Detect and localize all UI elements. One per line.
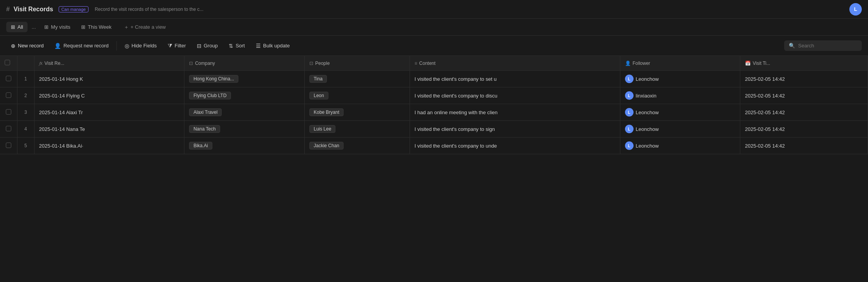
- company-tag: Flying Club LTD: [189, 92, 231, 99]
- row-num-cell: 5: [17, 138, 34, 154]
- follower-avatar: L: [625, 108, 634, 117]
- person-tag: Luis Lee: [309, 125, 335, 133]
- visit-time-cell: 2025-02-05 14:42: [740, 121, 868, 138]
- follower-header[interactable]: 👤 Follower: [620, 56, 740, 71]
- sort-icon: ⇅: [229, 43, 233, 49]
- visit-time-cell: 2025-02-05 14:42: [740, 71, 868, 87]
- row-checkbox[interactable]: [6, 76, 11, 81]
- search-input[interactable]: [798, 43, 856, 49]
- people-cell: Leon: [304, 87, 410, 104]
- row-checkbox-cell[interactable]: [0, 87, 17, 104]
- list-icon: ☰: [256, 43, 261, 49]
- view-tabs: ⊞ All ... ⊞ My visits ⊞ This Week ＋ + Cr…: [0, 19, 868, 36]
- eye-icon: ◎: [125, 43, 129, 49]
- table-row: 2 2025-01-14 Flying C Flying Club LTD Le…: [0, 87, 868, 104]
- header-checkbox[interactable]: [5, 60, 10, 65]
- table-header-row: 𝑓x Visit Re... ⊡ Company ⊡ People: [0, 56, 868, 71]
- request-new-record-button[interactable]: 👤 Request new record: [50, 40, 113, 51]
- follower-cell: L Leonchow: [620, 138, 740, 154]
- header: # Visit Records Can manage Record the vi…: [0, 0, 868, 19]
- tab-all[interactable]: ⊞ All: [6, 22, 28, 32]
- hide-fields-button[interactable]: ◎ Hide Fields: [120, 40, 161, 51]
- can-manage-badge[interactable]: Can manage: [59, 6, 89, 12]
- table-row: 4 2025-01-14 Nana Te Nana Tech Luis Lee …: [0, 121, 868, 138]
- tab-more-icon[interactable]: ...: [29, 23, 38, 31]
- hide-fields-label: Hide Fields: [132, 43, 157, 49]
- person-tag: Tina: [309, 75, 327, 83]
- follower-cell: L Leonchow: [620, 71, 740, 87]
- people-cell: Kobe Bryant: [304, 104, 410, 121]
- num-header: [17, 56, 34, 71]
- row-checkbox-cell[interactable]: [0, 104, 17, 121]
- people-header[interactable]: ⊡ People: [304, 56, 410, 71]
- row-checkbox-cell[interactable]: [0, 71, 17, 87]
- follower-cell: L linxiaoxin: [620, 87, 740, 104]
- group-icon: ⊟: [197, 43, 201, 49]
- create-view-button[interactable]: ＋ + Create a view: [121, 22, 169, 32]
- company-icon: ⊡: [189, 61, 193, 66]
- checkbox-header[interactable]: [0, 56, 17, 71]
- visit-re-cell: 2025-01-14 Flying C: [34, 87, 184, 104]
- follower-cell: L Leonchow: [620, 104, 740, 121]
- tab-all-label: All: [17, 24, 23, 30]
- group-button[interactable]: ⊟ Group: [192, 40, 222, 51]
- company-header[interactable]: ⊡ Company: [184, 56, 305, 71]
- content-cell: I had an online meeting with the clien: [410, 104, 620, 121]
- row-num-cell: 2: [17, 87, 34, 104]
- people-cell: Tina: [304, 71, 410, 87]
- new-record-button[interactable]: ⊕ New record: [6, 40, 48, 51]
- follower-name: Leonchow: [636, 143, 659, 149]
- company-tag: Hong Kong China...: [189, 75, 238, 83]
- content-icon: ≡: [415, 61, 417, 66]
- bulk-update-button[interactable]: ☰ Bulk update: [251, 40, 295, 51]
- avatar[interactable]: L: [849, 3, 862, 16]
- table-row: 5 2025-01-14 Bika.Ai· Bika.Ai Jackie Cha…: [0, 138, 868, 154]
- company-tag: Alaxi Travel: [189, 108, 222, 116]
- content-cell: I visited the client's company to sign: [410, 121, 620, 138]
- follower-icon: 👤: [625, 61, 631, 66]
- content-cell: I visited the client's company to unde: [410, 138, 620, 154]
- grid-icon: ⊞: [11, 24, 15, 30]
- visit-time-label: Visit Ti...: [753, 61, 770, 66]
- tab-my-visits-label: My visits: [51, 24, 70, 30]
- visit-re-cell: 2025-01-14 Bika.Ai·: [34, 138, 184, 154]
- toolbar: ⊕ New record 👤 Request new record ◎ Hide…: [0, 36, 868, 56]
- company-tag: Bika.Ai: [189, 142, 212, 150]
- tab-this-week[interactable]: ⊞ This Week: [76, 22, 116, 32]
- row-num-cell: 1: [17, 71, 34, 87]
- company-cell: Bika.Ai: [184, 138, 305, 154]
- visit-re-header[interactable]: 𝑓x Visit Re...: [34, 56, 184, 71]
- visit-time-cell: 2025-02-05 14:42: [740, 138, 868, 154]
- row-checkbox[interactable]: [6, 92, 11, 98]
- row-checkbox[interactable]: [6, 109, 11, 115]
- row-checkbox[interactable]: [6, 126, 11, 131]
- filter-button[interactable]: ⧩ Filter: [163, 40, 191, 51]
- search-container[interactable]: 🔍: [784, 40, 862, 51]
- row-num-cell: 3: [17, 104, 34, 121]
- visit-re-cell: 2025-01-14 Alaxi Tr: [34, 104, 184, 121]
- tab-this-week-label: This Week: [88, 24, 111, 30]
- row-checkbox-cell[interactable]: [0, 138, 17, 154]
- company-cell: Alaxi Travel: [184, 104, 305, 121]
- plus-icon: ＋: [124, 24, 129, 31]
- follower-avatar: L: [625, 91, 634, 100]
- follower-avatar: L: [625, 75, 634, 83]
- person-tag: Leon: [309, 92, 328, 99]
- visit-time-header[interactable]: 📅 Visit Ti...: [740, 56, 868, 71]
- tab-my-visits[interactable]: ⊞ My visits: [40, 22, 75, 32]
- row-checkbox-cell[interactable]: [0, 121, 17, 138]
- table-row: 1 2025-01-14 Hong K Hong Kong China... T…: [0, 71, 868, 87]
- sort-button[interactable]: ⇅ Sort: [224, 40, 250, 51]
- visit-re-label: Visit Re...: [45, 61, 64, 66]
- new-record-label: New record: [18, 43, 43, 49]
- page-title: Visit Records: [14, 6, 53, 13]
- people-label: People: [315, 61, 330, 66]
- row-checkbox[interactable]: [6, 143, 11, 148]
- grid-icon-2: ⊞: [44, 24, 49, 30]
- bulk-update-label: Bulk update: [263, 43, 290, 49]
- table-row: 3 2025-01-14 Alaxi Tr Alaxi Travel Kobe …: [0, 104, 868, 121]
- grid-icon-3: ⊞: [81, 24, 85, 30]
- content-header[interactable]: ≡ Content: [410, 56, 620, 71]
- company-tag: Nana Tech: [189, 125, 220, 133]
- create-view-label: + Create a view: [130, 24, 166, 30]
